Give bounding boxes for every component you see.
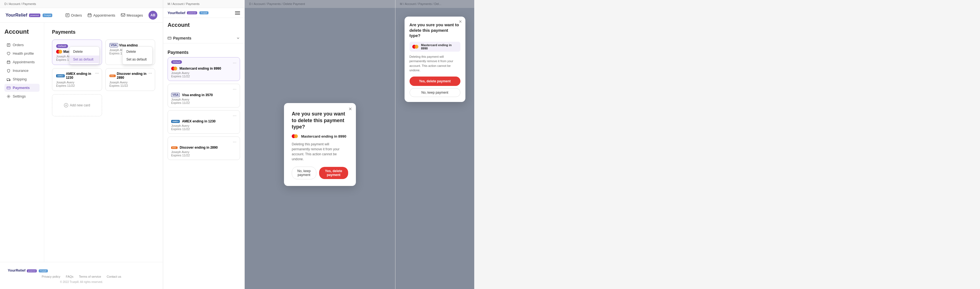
mobile-header: YourRelief powered Truepill (163, 8, 245, 18)
mobile-discover-menu[interactable]: ··· (233, 140, 236, 144)
mobile-discover-holder: Joseph Avery (171, 150, 236, 154)
mobile-visa-name: Visa ending in 3570 (182, 93, 213, 97)
default-badge: Default (56, 44, 68, 48)
dropdown-set-default[interactable]: Set as default (69, 56, 99, 63)
cards-grid: Default Mastercard ending Joseph Avery E… (52, 40, 155, 91)
sidebar-item-settings[interactable]: Settings (5, 92, 40, 100)
dropdown-delete[interactable]: Delete (69, 48, 99, 56)
footer-links: Privacy policy FAQs Terms of service Con… (8, 275, 155, 278)
footer-contact[interactable]: Contact us (107, 275, 121, 278)
health-sidebar-icon (6, 52, 11, 56)
nav-messages-label: Messages (127, 13, 143, 17)
mobile-dialog-card-name: Mastercard ending in 8990 (421, 43, 458, 50)
add-icon (64, 103, 68, 108)
card-amex-holder: Joseph Avery (56, 81, 98, 84)
mobile-dialog-overlay: ✕ Are you sure you want to delete this p… (395, 0, 474, 289)
payments-sidebar-icon (6, 86, 11, 90)
mobile-badge: powered (187, 11, 197, 14)
mobile-visa-expires: Expires 11/22 (171, 101, 236, 105)
sidebar-orders-label: Orders (13, 43, 24, 47)
orders-sidebar-icon (6, 43, 11, 47)
mobile-chevron-icon[interactable] (236, 36, 240, 40)
dialog-description: Deleting this payment will permanently r… (292, 142, 348, 162)
amex-menu-trigger[interactable]: ··· (95, 71, 99, 76)
footer-terms[interactable]: Terms of service (79, 275, 101, 278)
desktop-payments-panel: D / Account / Payments YourRelief powere… (0, 0, 163, 289)
card-amex-expires: Expires 11/22 (56, 84, 98, 87)
avatar[interactable]: AB (148, 11, 158, 20)
svg-rect-24 (168, 37, 171, 40)
sidebar-item-orders[interactable]: Orders (5, 41, 40, 49)
card-discover-name: Discover ending in 2890 (117, 72, 151, 79)
hamburger-menu[interactable] (235, 11, 240, 15)
svg-rect-8 (7, 43, 10, 46)
svg-rect-11 (7, 61, 10, 64)
add-card-button[interactable]: Add new card (52, 94, 102, 116)
appointments-sidebar-icon (6, 60, 11, 64)
visa-dropdown: Delete Set as default (122, 46, 153, 65)
sidebar-item-payments[interactable]: Payments (5, 84, 40, 92)
mobile-account-title: Account (167, 22, 240, 28)
mobile-section-header: Payments (163, 33, 245, 43)
settings-sidebar-icon (6, 94, 11, 98)
mobile-card-amex: ··· AMEX AMEX ending in 1230 Joseph Aver… (167, 110, 240, 134)
card-amex: ··· AMEX AMEX ending in 1230 Joseph Aver… (52, 68, 102, 91)
mobile-keep-button[interactable]: No, keep payment (409, 88, 460, 97)
sidebar-item-appointments[interactable]: Appointments (5, 58, 40, 66)
mobile-discover-expires: Expires 11/22 (171, 154, 236, 157)
nav-orders[interactable]: Orders (65, 13, 82, 17)
sidebar-item-health[interactable]: Health profile (5, 49, 40, 57)
nav-messages[interactable]: Messages (121, 13, 143, 17)
insurance-sidebar-icon (6, 69, 11, 73)
sidebar-item-shipping[interactable]: Shipping (5, 75, 40, 83)
card-discover: ··· DISC Discover ending in 2890 Joseph … (105, 68, 155, 91)
mobile-mastercard-icon (171, 67, 177, 70)
mobile-logo-text: YourRelief (167, 11, 185, 15)
card-mastercard: Default Mastercard ending Joseph Avery E… (52, 40, 102, 65)
mobile-amex-expires: Expires 11/22 (171, 127, 236, 131)
footer-badge: powered (27, 269, 37, 272)
shipping-sidebar-icon (6, 77, 11, 81)
dialog-mastercard-icon (292, 134, 298, 138)
dropdown-set-default-visa[interactable]: Set as default (123, 56, 153, 63)
mobile-dialog-close[interactable]: ✕ (459, 19, 462, 24)
breadcrumb-desktop: D / Account / Payments (0, 0, 163, 8)
delete-payment-button[interactable]: Yes, delete payment (319, 167, 348, 179)
mobile-dialog-desc: Deleting this payment will permanently r… (409, 54, 460, 73)
dialog-close-button[interactable]: ✕ (348, 106, 352, 112)
mobile-section-title: Payments (167, 36, 191, 40)
mobile-payments-panel: M / Account / Payments YourRelief powere… (163, 0, 245, 289)
mobile-mastercard-menu[interactable]: ··· (233, 60, 236, 65)
sidebar-appointments-label: Appointments (13, 60, 35, 64)
logo-text: YourRelief (6, 13, 27, 18)
dialog-card-name: Mastercard ending in 8990 (301, 134, 346, 138)
mobile-section-title-label: Payments (173, 36, 191, 40)
footer-faqs[interactable]: FAQs (66, 275, 73, 278)
svg-rect-7 (121, 14, 125, 16)
mobile-delete-panel: M / Account / Payments / Del... ✕ Are yo… (395, 0, 474, 289)
mobile-badge2: Truepill (199, 11, 208, 14)
mobile-dialog-card: Mastercard ending in 8990 (409, 42, 460, 52)
nav-appointments[interactable]: Appointments (88, 13, 115, 17)
mobile-delete-dialog: ✕ Are you sure you want to delete this p… (404, 17, 465, 102)
sidebar: Account Orders Health profile Appointmen… (0, 23, 44, 262)
sidebar-health-label: Health profile (13, 51, 34, 56)
mobile-visa-menu[interactable]: ··· (233, 87, 236, 92)
card-discover-expires: Expires 11/22 (110, 84, 151, 87)
mobile-delete-button[interactable]: Yes, delete payment (409, 76, 460, 86)
sidebar-item-insurance[interactable]: Insurance (5, 67, 40, 75)
keep-payment-button[interactable]: No, keep payment (292, 167, 317, 179)
dropdown-delete-visa[interactable]: Delete (123, 48, 153, 56)
footer-copy: © 2022 Truepill. All rights reserved. (8, 280, 155, 283)
mobile-account-title-area: Account (163, 18, 245, 33)
mobile-dialog-mc-icon (412, 45, 418, 49)
mobile-discover-name: Discover ending in 2890 (180, 146, 218, 149)
amex-icon: AMEX (56, 74, 65, 77)
discover-menu-trigger[interactable]: ··· (148, 71, 152, 76)
mobile-amex-menu[interactable]: ··· (233, 113, 236, 118)
footer-privacy[interactable]: Privacy policy (42, 275, 60, 278)
card-visa: VISA Visa ending Joseph Avery Expires 11… (105, 40, 155, 65)
mastercard-dropdown: Delete Set as default (69, 46, 100, 65)
messages-icon (121, 13, 125, 17)
sidebar-payments-label: Payments (13, 86, 30, 90)
